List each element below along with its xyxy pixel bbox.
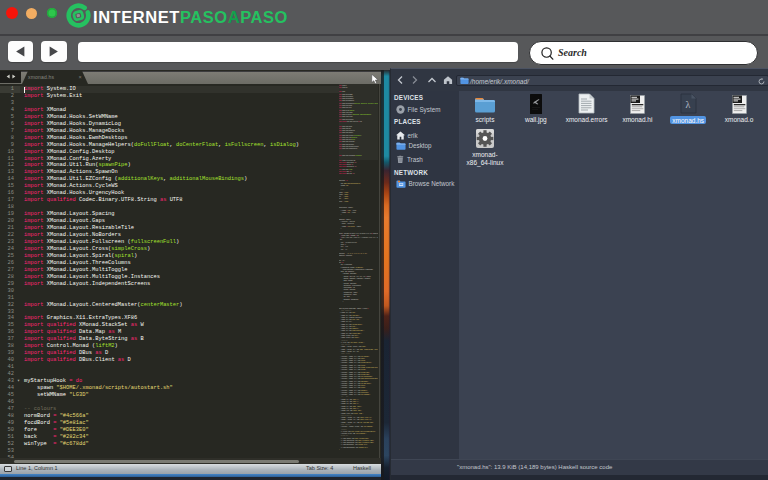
svg-text:λ: λ (685, 99, 690, 110)
